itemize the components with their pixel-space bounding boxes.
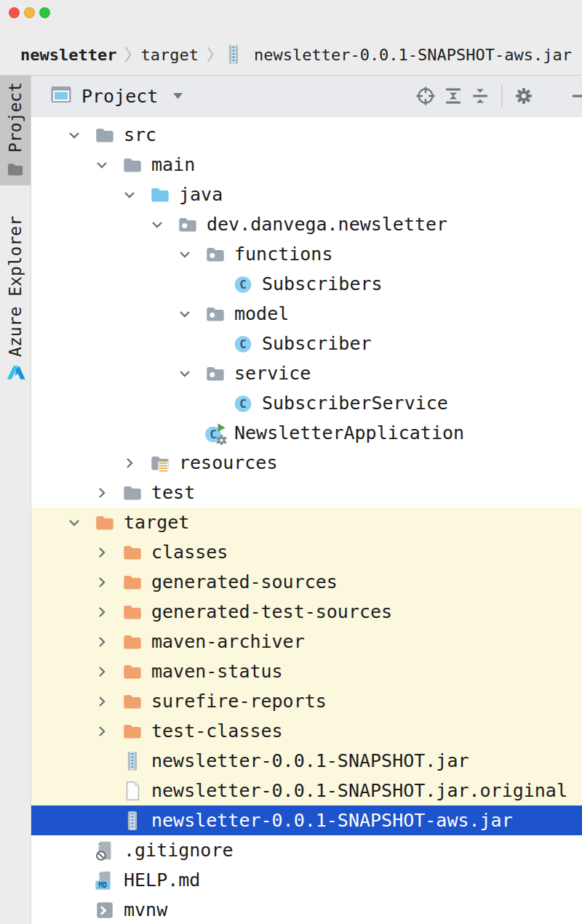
select-opened-file-button[interactable] xyxy=(415,86,436,106)
tree-toggle[interactable] xyxy=(173,302,196,326)
tree-row-newsletterapplication[interactable]: C NewsletterApplication xyxy=(31,418,582,448)
breadcrumb-segment-newsletter[interactable]: newsletter xyxy=(20,46,116,64)
tree-row-resources[interactable]: resources xyxy=(31,448,582,478)
breadcrumb-segment-newsletter-0-0-1-snapshot-aws-jar[interactable]: newsletter-0.0.1-SNAPSHOT-aws.jar xyxy=(223,44,572,65)
chevron-placeholder xyxy=(63,839,86,862)
chevron-down-icon xyxy=(66,127,82,143)
tree-item-label: surefire-reports xyxy=(151,691,327,712)
tree-toggle[interactable] xyxy=(146,213,169,236)
tree-item-icon xyxy=(121,571,144,594)
tree-toggle[interactable] xyxy=(90,571,113,594)
stripe-tab-azure-explorer[interactable]: Azure Explorer xyxy=(0,209,31,387)
tree-item-label: resources xyxy=(179,452,277,473)
svg-text:C: C xyxy=(239,397,247,411)
tree-row-surefire-reports[interactable]: surefire-reports xyxy=(31,686,582,716)
tree-row-main[interactable]: main xyxy=(31,150,582,180)
class-icon: C xyxy=(232,273,254,295)
project-toolbar: Project xyxy=(31,76,582,117)
tree-toggle[interactable] xyxy=(173,243,196,266)
tree-item-icon xyxy=(121,541,144,564)
stripe-tab-project[interactable]: Project xyxy=(0,76,31,185)
expand-all-icon xyxy=(443,86,463,106)
tree-row-java[interactable]: java xyxy=(31,180,582,209)
chevron-down-icon xyxy=(177,246,193,262)
jar-file-icon xyxy=(223,44,244,65)
tree-row-target[interactable]: target xyxy=(31,507,582,537)
folder-icon xyxy=(121,482,143,504)
tree-toggle[interactable] xyxy=(90,660,113,683)
window-zoom-button[interactable] xyxy=(39,7,50,18)
tree-toggle[interactable] xyxy=(90,153,113,177)
tree-item-label: classes xyxy=(151,542,228,563)
tree-item-label: test-classes xyxy=(151,720,283,742)
chevron-right-icon xyxy=(94,694,110,710)
tree-toggle[interactable] xyxy=(173,362,196,385)
collapse-all-button[interactable] xyxy=(470,86,490,106)
folder-icon xyxy=(6,160,25,179)
toolbar-actions xyxy=(415,85,582,107)
package-icon xyxy=(204,363,226,385)
tree-toggle[interactable] xyxy=(63,511,86,534)
tree-row-subscriber[interactable]: C Subscriber xyxy=(31,329,582,358)
tree-row-subscriberservice[interactable]: C SubscriberService xyxy=(31,388,582,418)
tree-row-gitignore[interactable]: .gitignore xyxy=(31,835,582,865)
tree-row-dev-danvega-newsletter[interactable]: dev.danvega.newsletter xyxy=(31,209,582,239)
expand-all-button[interactable] xyxy=(443,86,463,106)
tree-row-test[interactable]: test xyxy=(31,478,582,507)
tree-row-classes[interactable]: classes xyxy=(31,537,582,567)
tree-row-model[interactable]: model xyxy=(31,299,582,329)
chevron-down-icon xyxy=(66,515,82,531)
tree-row-generated-sources[interactable]: generated-sources xyxy=(31,567,582,597)
tree-item-label: model xyxy=(234,303,289,324)
tree-item-icon xyxy=(148,183,172,206)
settings-button[interactable] xyxy=(514,86,534,106)
view-dropdown-button[interactable] xyxy=(173,93,183,99)
window-minimize-button[interactable] xyxy=(24,7,35,18)
tree-row-service[interactable]: service xyxy=(31,358,582,388)
tree-row-newsletter-0-0-1-snapshot-aws-jar[interactable]: newsletter-0.0.1-SNAPSHOT-aws.jar xyxy=(31,806,582,835)
breadcrumb-segment-target[interactable]: target xyxy=(140,46,198,64)
tree-row-generated-test-sources[interactable]: generated-test-sources xyxy=(31,597,582,627)
window-controls xyxy=(9,7,50,18)
chevron-down-icon xyxy=(121,187,137,203)
tree-item-icon xyxy=(121,630,144,654)
tree-item-icon: C xyxy=(231,273,255,296)
tree-row-maven-archiver[interactable]: maven-archiver xyxy=(31,627,582,656)
tree-row-help-md[interactable]: MD HELP.md xyxy=(31,865,582,895)
tree-toggle[interactable] xyxy=(90,720,113,743)
tree-item-label: main xyxy=(151,154,195,175)
chevron-placeholder xyxy=(63,869,86,892)
excluded-folder-icon xyxy=(121,542,143,563)
tree-item-icon xyxy=(93,124,116,147)
tree-toggle[interactable] xyxy=(63,124,86,147)
tree-item-icon: MD xyxy=(93,869,116,892)
excluded-folder-icon xyxy=(121,571,143,593)
tree-toggle[interactable] xyxy=(90,481,113,505)
tree-toggle[interactable] xyxy=(90,541,113,564)
tree-row-src[interactable]: src xyxy=(31,120,582,150)
tree-toggle[interactable] xyxy=(90,630,113,654)
tree-toggle[interactable] xyxy=(90,600,113,624)
hide-button[interactable] xyxy=(570,86,582,106)
tree-row-mvnw[interactable]: mvnw xyxy=(31,895,582,924)
tree-row-subscribers[interactable]: C Subscribers xyxy=(31,269,582,299)
chevron-placeholder xyxy=(201,332,224,355)
window-close-button[interactable] xyxy=(9,7,20,18)
excluded-folder-icon xyxy=(94,512,116,534)
tree-item-icon xyxy=(93,899,116,922)
tree-toggle[interactable] xyxy=(118,183,141,206)
tree-row-newsletter-0-0-1-snapshot-jar[interactable]: newsletter-0.0.1-SNAPSHOT.jar xyxy=(31,746,582,776)
tree-row-functions[interactable]: functions xyxy=(31,239,582,269)
tree-row-test-classes[interactable]: test-classes xyxy=(31,716,582,746)
tree-row-newsletter-0-0-1-snapshot-jar-original[interactable]: newsletter-0.0.1-SNAPSHOT.jar.original xyxy=(31,776,582,806)
chevron-right-icon xyxy=(94,664,110,680)
gear-icon xyxy=(514,86,534,106)
excluded-folder-icon xyxy=(121,661,143,683)
tree-row-maven-status[interactable]: maven-status xyxy=(31,656,582,686)
tree-item-label: dev.danvega.newsletter xyxy=(207,214,447,235)
chevron-right-icon xyxy=(94,723,110,739)
hide-icon xyxy=(570,86,582,106)
tree-toggle[interactable] xyxy=(118,451,141,475)
chevron-placeholder xyxy=(201,273,224,296)
tree-toggle[interactable] xyxy=(90,690,113,713)
